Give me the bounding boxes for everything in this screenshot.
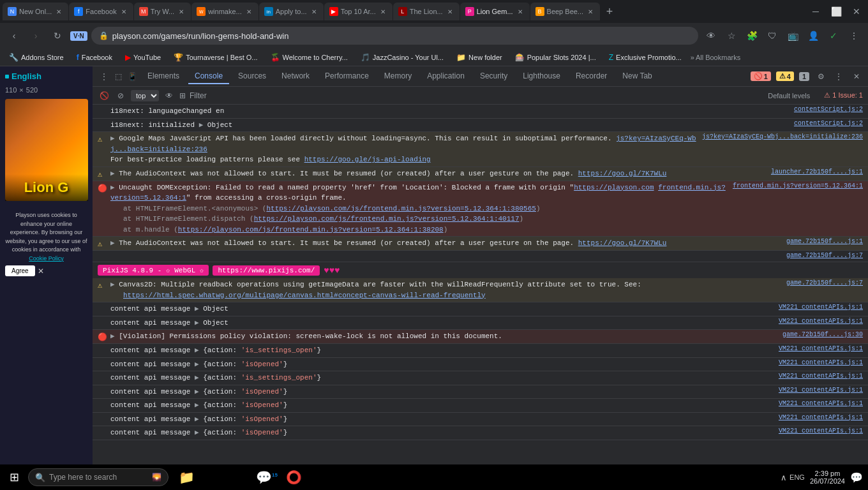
tab-close-btn[interactable]: ✕	[516, 7, 525, 16]
tab-close-btn[interactable]: ✕	[445, 7, 454, 16]
bookmark-tournaverse[interactable]: 🏆 Tournaverse | Best O...	[170, 52, 261, 63]
source-link[interactable]: game.72b150f....js:7	[786, 279, 863, 286]
devtools-tab-sources[interactable]: Sources	[232, 69, 273, 84]
devtools-inspect-btn[interactable]: ⬚	[112, 70, 124, 83]
console-clear-btn[interactable]: 🚫	[98, 89, 110, 102]
context-selector[interactable]: top	[131, 90, 159, 101]
tab-close-btn[interactable]: ✕	[378, 7, 387, 16]
bookmark-popular[interactable]: 🎰 Popular Slots 2024 |...	[511, 52, 600, 63]
source-link[interactable]: VM221 contentAPIs.js:1	[779, 373, 863, 380]
tab-tryw[interactable]: M Try W... ✕	[134, 3, 191, 20]
tab-close-btn[interactable]: ✕	[586, 7, 595, 16]
new-tab-button[interactable]: +	[601, 3, 618, 20]
tab-close-btn[interactable]: ✕	[244, 7, 253, 16]
source-link[interactable]: game.72b150f....js:1	[786, 238, 863, 245]
devtools-settings-btn[interactable]: ⚙	[814, 70, 827, 83]
tab-close-btn[interactable]: ✕	[177, 7, 186, 16]
devtools-tab-console[interactable]: Console	[188, 69, 229, 84]
close-btn[interactable]: ✕	[848, 3, 865, 20]
bookmark-facebook[interactable]: f Facebook	[73, 52, 116, 63]
source-link[interactable]: VM221 contentAPIs.js:1	[779, 387, 863, 394]
tab-close-btn[interactable]: ✕	[310, 7, 318, 16]
source-link[interactable]: VM221 contentAPIs.js:1	[779, 304, 863, 311]
source-link[interactable]: VM221 contentAPIs.js:1	[779, 414, 863, 421]
devtools-menu-btn[interactable]: ⋮	[98, 70, 110, 83]
source-link[interactable]: VM221 contentAPIs.js:1	[779, 400, 863, 407]
eye-off-icon[interactable]: 👁	[702, 27, 720, 45]
devtools-tab-newtab[interactable]: New Tab	[616, 69, 658, 84]
taskbar-chat[interactable]: 💬15	[254, 464, 280, 490]
forward-button[interactable]: ›	[27, 27, 45, 45]
profile-icon[interactable]: 👤	[804, 27, 822, 45]
tab-lion-gems[interactable]: P Lion Gem... ✕	[460, 3, 530, 20]
menu-icon[interactable]: ⋮	[845, 27, 863, 45]
url-bar[interactable]: 🔒 playson.com/games/run/lion-gems-hold-a…	[91, 27, 698, 45]
star-icon[interactable]: ☆	[722, 27, 740, 45]
checkmark-icon[interactable]: ✓	[825, 27, 842, 45]
cookie-policy-link[interactable]: Cookie Policy	[29, 255, 64, 262]
tab-lion[interactable]: L The Lion... ✕	[393, 3, 460, 20]
tab-apply[interactable]: in Apply to... ✕	[259, 3, 324, 20]
tab-facebook[interactable]: f Facebook ✕	[69, 3, 133, 20]
back-button[interactable]: ‹	[5, 27, 23, 45]
devtools-close-btn[interactable]: ✕	[850, 70, 863, 83]
default-levels-btn[interactable]: Default levels	[768, 92, 810, 100]
refresh-button[interactable]: ↻	[49, 27, 66, 45]
bookmark-folder[interactable]: 📁 New folder	[453, 52, 506, 63]
cast-icon[interactable]: 📺	[784, 27, 802, 45]
devtools-tab-recorder[interactable]: Recorder	[569, 69, 613, 84]
bookmark-youtube[interactable]: ▶ YouTube	[121, 52, 165, 63]
tab-beep[interactable]: B Beep Bee... ✕	[530, 3, 601, 20]
taskbar-file-explorer[interactable]: 📁	[174, 464, 199, 490]
tab-close-btn[interactable]: ✕	[119, 7, 128, 16]
pixijs-link[interactable]: https://www.pixijs.com/	[213, 265, 320, 276]
console-filter-btn[interactable]: ⊘	[114, 89, 127, 102]
source-link[interactable]: launcher.72b150f....js:1	[771, 168, 863, 175]
devtools-tab-application[interactable]: Application	[421, 69, 471, 84]
vpn-badge[interactable]: V·N	[70, 31, 87, 41]
source-link[interactable]: VM221 contentAPIs.js:1	[779, 318, 863, 325]
clock[interactable]: 2:39 pm 26/07/2024	[810, 470, 845, 485]
tab-winmake[interactable]: w winmake... ✕	[191, 3, 258, 20]
console-eye-btn[interactable]: 👁	[163, 89, 176, 102]
source-link[interactable]: VM221 contentAPIs.js:1	[779, 359, 863, 366]
taskbar-search[interactable]: 🔍 Type here to search 🌄	[28, 468, 168, 486]
source-link[interactable]: VM221 contentAPIs.js:1	[779, 427, 863, 434]
agree-button[interactable]: Agree	[5, 265, 35, 276]
taskbar-circle-app[interactable]: ⭕	[281, 464, 306, 490]
devtools-tab-network[interactable]: Network	[275, 69, 316, 84]
devtools-tab-performance[interactable]: Performance	[318, 69, 375, 84]
close-cookie-button[interactable]: ✕	[38, 267, 44, 276]
source-link[interactable]: game.72b150f....js:30	[782, 331, 863, 338]
bookmark-jazz[interactable]: 🎵 JazzCasino - Your Ul...	[357, 52, 447, 63]
devtools-device-btn[interactable]: 📱	[126, 70, 138, 83]
tab-close-btn[interactable]: ✕	[54, 7, 63, 16]
devtools-tab-lighthouse[interactable]: Lighthouse	[516, 69, 567, 84]
source-link[interactable]: js?key=AIzaSyCEq-Wbj...back=initialize:2…	[702, 133, 863, 140]
devtools-tab-elements[interactable]: Elements	[141, 69, 186, 84]
devtools-tab-memory[interactable]: Memory	[378, 69, 418, 84]
extension-icon[interactable]: 🧩	[743, 27, 761, 45]
console-output[interactable]: i18next: languageChanged en contentScrip…	[93, 105, 868, 490]
shield-icon[interactable]: 🛡	[763, 27, 781, 45]
tab-youtube[interactable]: ▶ Top 10 Ar... ✕	[324, 3, 393, 20]
bookmarks-overflow[interactable]: » All Bookmarks	[691, 54, 740, 61]
source-link[interactable]: contentScript.js:2	[794, 106, 863, 113]
source-link[interactable]: game.72b150f....js:7	[786, 252, 863, 259]
source-link[interactable]: frontend.min.js?version=5.12.364:1	[733, 182, 863, 189]
start-button[interactable]: ⊞	[0, 464, 28, 490]
bookmark-exclusive[interactable]: Z Exclusive Promotio...	[605, 52, 685, 63]
tab-new-online[interactable]: N New Onl... ✕	[3, 3, 68, 20]
source-link[interactable]: contentScript.js:2	[794, 120, 863, 127]
notification-icon[interactable]: 💬	[850, 471, 863, 484]
taskbar-shield-app[interactable]: 🛡	[200, 464, 226, 490]
devtools-tab-security[interactable]: Security	[474, 69, 514, 84]
minimize-btn[interactable]: ─	[807, 3, 825, 20]
devtools-more-btn[interactable]: ⋮	[832, 70, 845, 83]
taskbar-store[interactable]: 🛍	[227, 464, 253, 490]
bookmark-cherry[interactable]: 🍒 Welcome to Cherry...	[267, 52, 352, 63]
lang-indicator[interactable]: ENG	[789, 473, 805, 481]
restore-btn[interactable]: ⬜	[827, 3, 845, 20]
tray-up-arrow[interactable]: ∧	[781, 473, 787, 482]
source-link[interactable]: VM221 contentAPIs.js:1	[779, 345, 863, 352]
